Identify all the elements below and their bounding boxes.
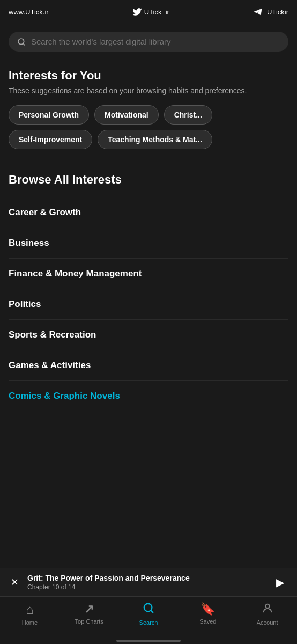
search-bar[interactable] — [9, 32, 288, 52]
browse-section: Browse All Interests Career & Growth Bus… — [0, 160, 297, 568]
mini-player-subtitle: Chapter 10 of 14 — [27, 583, 190, 591]
mini-player-left: ✕ Grit: The Power of Passion and Perseve… — [9, 574, 190, 591]
nav-item-account[interactable]: Account — [237, 602, 297, 626]
search-input[interactable] — [31, 37, 280, 46]
nav-item-search[interactable]: Search — [119, 602, 179, 626]
nav-item-home[interactable]: ⌂ Home — [0, 602, 60, 626]
home-indicator — [0, 636, 297, 644]
browse-title: Browse All Interests — [9, 173, 288, 187]
chip-christian[interactable]: Christ... — [164, 105, 212, 125]
browse-item-business[interactable]: Business — [9, 228, 288, 259]
play-button[interactable]: ▶ — [272, 574, 288, 591]
bottom-nav: ⌂ Home ↗ Top Charts Search 🔖 Saved Accou… — [0, 596, 297, 636]
home-icon: ⌂ — [26, 602, 34, 617]
browse-item-comics[interactable]: Comics & Graphic Novels — [9, 381, 288, 401]
nav-item-top-charts[interactable]: ↗ Top Charts — [60, 602, 119, 626]
interests-subtitle: These suggestions are based on your brow… — [9, 86, 288, 97]
browse-item-games[interactable]: Games & Activities — [9, 350, 288, 381]
browse-item-politics[interactable]: Politics — [9, 289, 288, 320]
mini-player-info: Grit: The Power of Passion and Persevera… — [27, 574, 190, 591]
nav-label-account: Account — [257, 619, 278, 626]
search-icon — [17, 38, 26, 46]
search-bar-container — [0, 24, 297, 59]
top-charts-icon: ↗ — [84, 602, 94, 616]
chip-motivational[interactable]: Motivational — [94, 105, 159, 125]
interests-title: Interests for You — [9, 69, 288, 83]
nav-label-home: Home — [22, 619, 38, 626]
twitter-handle: UTick_ir — [132, 8, 169, 16]
mini-player-title: Grit: The Power of Passion and Persevera… — [27, 574, 190, 582]
svg-line-1 — [23, 43, 25, 45]
mini-player: ✕ Grit: The Power of Passion and Perseve… — [0, 568, 297, 596]
nav-label-top-charts: Top Charts — [75, 618, 103, 625]
nav-label-saved: Saved — [199, 618, 216, 625]
close-button[interactable]: ✕ — [9, 574, 21, 590]
browse-item-career[interactable]: Career & Growth — [9, 197, 288, 228]
saved-icon: 🔖 — [201, 602, 215, 616]
chips-row-2: Self-Improvement Teaching Methods & Mat.… — [9, 130, 288, 149]
search-nav-icon — [143, 602, 154, 617]
telegram-handle: UTickir — [253, 8, 288, 16]
nav-item-saved[interactable]: 🔖 Saved — [178, 602, 237, 626]
top-header: www.UTick.ir UTick_ir UTickir — [0, 0, 297, 24]
browse-item-finance[interactable]: Finance & Money Management — [9, 259, 288, 289]
twitter-text: UTick_ir — [144, 8, 169, 16]
chips-row-1: Personal Growth Motivational Christ... — [9, 105, 288, 125]
account-icon — [262, 602, 273, 617]
chip-personal-growth[interactable]: Personal Growth — [9, 105, 89, 125]
interests-section: Interests for You These suggestions are … — [0, 59, 297, 160]
telegram-text: UTickir — [267, 8, 288, 16]
nav-label-search: Search — [139, 619, 158, 626]
chip-self-improvement[interactable]: Self-Improvement — [9, 130, 92, 149]
svg-line-3 — [151, 610, 153, 612]
browse-item-sports[interactable]: Sports & Recreation — [9, 320, 288, 350]
home-bar — [116, 640, 181, 642]
chip-teaching-methods[interactable]: Teaching Methods & Mat... — [98, 130, 212, 149]
website-url: www.UTick.ir — [9, 8, 49, 16]
svg-point-4 — [265, 604, 269, 608]
